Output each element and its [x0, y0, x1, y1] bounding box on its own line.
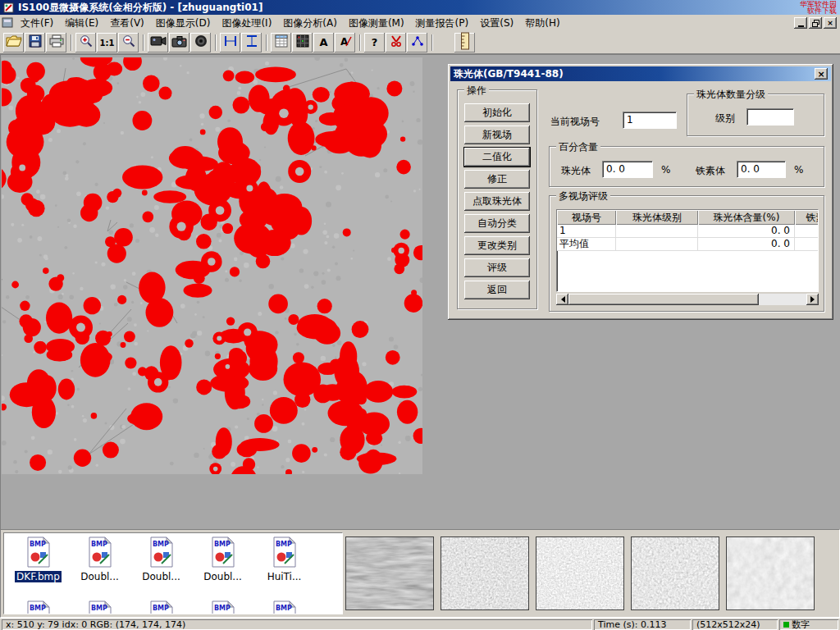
point-measure-button[interactable] [407, 33, 427, 52]
thumbnail-4[interactable] [631, 536, 719, 610]
window-title: IS100显微摄像系统(金相分析版) - [zhuguangti01] [18, 1, 262, 15]
dialog-title-bar[interactable]: 珠光体(GB/T9441-88) × [450, 66, 831, 81]
measure-horizontal-button[interactable] [220, 33, 240, 52]
menu-item-measure-report[interactable]: 测量报告(P) [410, 14, 475, 33]
thumbnail-2[interactable] [441, 536, 529, 610]
table-cell [795, 225, 819, 238]
table-header-cell[interactable]: 珠光体含量(%) [698, 210, 795, 225]
letter-a-angle-icon: A [339, 34, 352, 50]
file-item[interactable]: BMPHuiTi... [253, 535, 315, 599]
thumbnail-1[interactable] [345, 536, 434, 610]
table-cell: 0. 0 [698, 238, 795, 251]
file-item[interactable]: BMPDKF.bmp [7, 535, 69, 599]
menu-item-file[interactable]: 文件(F) [15, 14, 59, 33]
snapshot-target-button[interactable] [190, 33, 211, 52]
svg-text:BMP: BMP [276, 605, 292, 612]
svg-text:BMP: BMP [30, 605, 46, 612]
file-item-partial[interactable]: BMP [253, 599, 315, 614]
scissors-tool-button[interactable] [386, 33, 406, 52]
op-button[interactable]: 更改类别 [464, 236, 530, 255]
grade-input[interactable] [746, 108, 794, 126]
menu-item-help[interactable]: 帮助(H) [519, 14, 565, 33]
op-button[interactable]: 返回 [464, 281, 530, 299]
scroll-track[interactable] [568, 294, 806, 305]
file-item[interactable]: BMPDoubl... [192, 535, 253, 599]
menu-item-edit[interactable]: 编辑(E) [59, 14, 104, 33]
scroll-left-icon [558, 296, 565, 303]
op-button[interactable]: 新视场 [464, 126, 530, 144]
scroll-thumb[interactable] [568, 294, 759, 305]
menu-item-image-display[interactable]: 图像显示(D) [150, 14, 217, 33]
menu-item-view[interactable]: 查看(V) [104, 14, 150, 33]
grid-dark-button[interactable] [292, 33, 313, 52]
file-item-partial[interactable]: BMP [192, 599, 253, 614]
op-button[interactable]: 自动分类 [464, 214, 530, 233]
ferrite-percent-input[interactable]: 0. 0 [737, 161, 786, 178]
thumbnail-3[interactable] [536, 536, 624, 610]
video-source-button[interactable] [148, 33, 168, 52]
op-button[interactable]: 二值化 [464, 148, 530, 167]
table-header-cell[interactable]: 珠光体级别 [616, 210, 698, 225]
current-field-input[interactable]: 1 [623, 112, 677, 129]
file-item-partial[interactable]: BMP [7, 599, 69, 614]
pearlite-percent-input[interactable]: 0. 0 [602, 161, 653, 178]
restore-icon [812, 20, 819, 27]
zoom-out-button[interactable] [118, 33, 139, 52]
file-item-partial[interactable]: BMP [130, 599, 192, 614]
menu-item-image-measurement[interactable]: 图像测量(M) [343, 14, 410, 33]
close-button[interactable]: × [824, 17, 837, 29]
svg-text:BMP: BMP [91, 541, 107, 548]
op-button[interactable]: 点取珠光体 [464, 192, 530, 211]
status-mode-label: 数字 [792, 619, 810, 630]
svg-text:BMP: BMP [153, 541, 169, 548]
file-browser-panel: BMPDKF.bmpBMPDoubl...BMPDoubl...BMPDoubl… [0, 529, 840, 618]
save-file-button[interactable] [25, 33, 45, 52]
table-row[interactable]: 平均值0. 0 [557, 238, 819, 251]
table-row[interactable]: 10. 0 [557, 225, 819, 238]
specimen-image[interactable] [2, 57, 422, 474]
table-header-cell[interactable]: 铁素体含量(%) [795, 210, 819, 225]
print-button[interactable] [46, 33, 66, 52]
menu-item-image-analysis[interactable]: 图像分析(A) [277, 14, 343, 33]
operations-group: 操作 初始化新视场二值化修正点取珠光体自动分类更改类别评级返回 [457, 89, 537, 309]
actual-size-button[interactable]: 1:1 [97, 33, 117, 52]
table-hscrollbar[interactable] [556, 294, 819, 305]
close-icon: × [827, 19, 833, 27]
help-button[interactable]: ? [364, 33, 385, 52]
file-item[interactable]: BMPDoubl... [69, 535, 130, 599]
rating-table-inner: 视场号珠光体级别珠光体含量(%)铁素体含量(%) 10. 0平均值0. 0 [557, 210, 819, 251]
dialog-close-button[interactable]: × [815, 68, 828, 80]
ruler-tool-button[interactable] [454, 33, 475, 52]
file-item[interactable]: BMPDoubl... [130, 535, 192, 599]
table-header-cell[interactable]: 视场号 [557, 210, 616, 225]
blue-points-icon [411, 34, 424, 50]
rating-table[interactable]: 视场号珠光体级别珠光体含量(%)铁素体含量(%) 10. 0平均值0. 0 [556, 209, 819, 292]
menu-item-image-processing[interactable]: 图像处理(I) [216, 14, 277, 33]
op-button[interactable]: 初始化 [464, 103, 530, 122]
thumbnail-5[interactable] [726, 536, 815, 610]
camera-capture-button[interactable] [169, 33, 189, 52]
mdi-window-controls: × [794, 17, 840, 29]
open-file-button[interactable] [3, 33, 24, 52]
annotate-text-button[interactable]: A [313, 33, 334, 52]
camera-icon [171, 35, 187, 50]
title-bar[interactable]: IS100显微摄像系统(金相分析版) - [zhuguangti01] [0, 0, 840, 15]
scroll-right-icon [810, 296, 818, 303]
grid-measure-button[interactable] [271, 33, 291, 52]
current-field-value: 1 [627, 114, 633, 126]
app-window: IS100显微摄像系统(金相分析版) - [zhuguangti01] 华军软件… [0, 0, 840, 630]
measure-angle-button[interactable]: A [335, 33, 355, 52]
minimize-button[interactable] [794, 17, 807, 29]
op-button[interactable]: 评级 [464, 258, 530, 277]
menu-item-settings[interactable]: 设置(S) [474, 14, 519, 33]
percent-group: 百分含量 珠光体 0. 0 % 铁素体 0. 0 % [549, 146, 824, 187]
question-icon: ? [372, 36, 378, 48]
scroll-left-button[interactable] [556, 294, 568, 305]
zoom-in-button[interactable] [75, 33, 96, 52]
measure-vertical-button[interactable] [241, 33, 262, 52]
file-item-partial[interactable]: BMP [69, 599, 130, 614]
op-button[interactable]: 修正 [464, 170, 530, 189]
floppy-icon [29, 34, 42, 50]
scroll-right-button[interactable] [806, 294, 819, 305]
restore-button[interactable] [809, 17, 822, 29]
